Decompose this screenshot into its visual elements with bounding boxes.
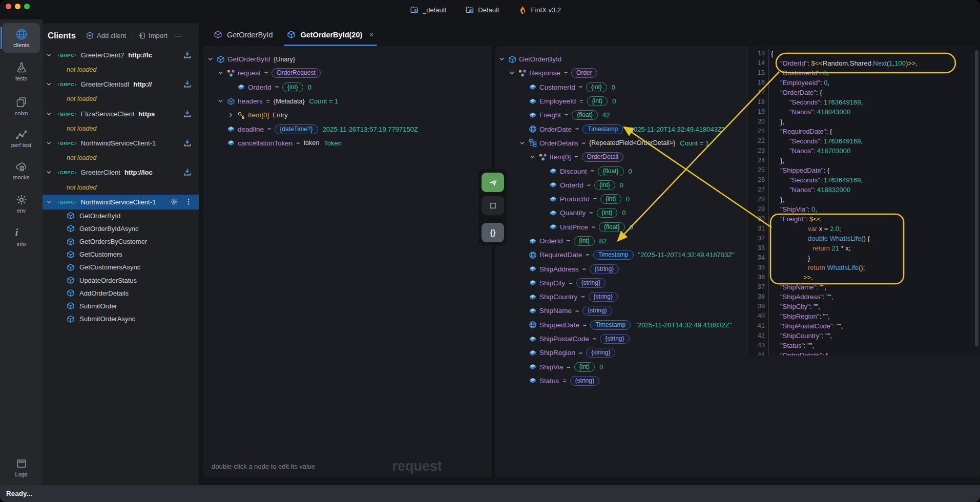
editor-line[interactable]: 19 "Nanos": 418043000 (747, 107, 980, 117)
editor-line[interactable]: 25 "ShippedDate": { (747, 165, 980, 175)
editor-line[interactable]: 34 } (747, 253, 980, 263)
json-view-button[interactable]: {} (482, 223, 504, 242)
tree-row[interactable]: ShipVia = {int} 0 (495, 360, 980, 374)
editor-line[interactable]: 41 "ShipPostalCode": "", (747, 321, 980, 331)
chevron-down-icon[interactable] (46, 111, 54, 117)
editor-line[interactable]: 28 }, (747, 195, 980, 204)
editor-line[interactable]: 24 }, (747, 156, 980, 165)
window-minimize-button[interactable] (15, 4, 20, 9)
collapse-all-button[interactable]: — (175, 31, 182, 39)
editor-line[interactable]: 20 }, (747, 117, 980, 127)
editor-line[interactable]: 14 "OrderId": $<<Random.Shared.Next(1,10… (747, 58, 980, 68)
download-icon[interactable] (183, 168, 192, 177)
client-row-selected[interactable]: GRPC NorthwindServiceClient-1 (43, 195, 199, 210)
window-close-button[interactable] (6, 4, 11, 9)
sidebar-item[interactable]: i info (3, 222, 40, 252)
sidebar-item[interactable]: clients (3, 23, 40, 53)
method-item[interactable]: GetCustomersAsync (43, 261, 199, 274)
method-item[interactable]: GetCustomers (43, 248, 199, 261)
add-client-button[interactable]: Add client (86, 32, 126, 39)
sidebar-item[interactable]: perf test (3, 123, 40, 153)
editor-line[interactable]: 22 "Seconds": 1763649169, (747, 136, 980, 146)
editor-line[interactable]: 31 var x = 2.0; (747, 224, 980, 234)
editor-line[interactable]: 33 return 21 * x; (747, 243, 980, 253)
send-request-button[interactable] (482, 173, 504, 192)
download-icon[interactable] (183, 80, 192, 89)
chev-open-icon[interactable] (509, 70, 518, 76)
stop-request-button[interactable] (482, 196, 504, 215)
tab-getorderbyid[interactable]: GetOrderById (206, 23, 280, 46)
tree-row[interactable]: headers = {Metadata} Count = 1 (203, 94, 493, 108)
editor-line[interactable]: 15 "CustomerId": 0, (747, 68, 980, 78)
tab-getorderbyid-20[interactable]: GetOrderById(20) × (280, 23, 381, 46)
editor-line[interactable]: 21 "RequiredDate": { (747, 127, 980, 136)
editor-line[interactable]: 37 "ShipName": "", (747, 282, 980, 292)
client-row[interactable]: GRPC NorthwindServiceClient-1 (43, 136, 199, 151)
method-item[interactable]: AddOrderDetails (43, 287, 199, 300)
tree-row[interactable]: request = OrderRequest (203, 66, 493, 80)
chev-open-icon[interactable] (207, 56, 217, 62)
project-selector[interactable]: Default (465, 5, 503, 14)
chev-open-icon[interactable] (530, 154, 539, 160)
editor-line[interactable]: 26 "Seconds": 1763649169, (747, 175, 980, 185)
editor-line[interactable]: 43 "Status": "", (747, 341, 980, 350)
tree-row[interactable]: deadline = {dateTime?} 2025-11-26T13:57:… (203, 122, 493, 136)
chev-open-icon[interactable] (218, 70, 227, 76)
sidebar-item[interactable]: mocks (3, 155, 40, 185)
editor-line[interactable]: 38 "ShipAddress": "", (747, 292, 980, 302)
import-button[interactable]: Import (138, 32, 168, 39)
editor-line[interactable]: 16 "EmployeeId": 0, (747, 78, 980, 88)
chev-open-icon[interactable] (519, 140, 529, 146)
download-icon[interactable] (183, 139, 192, 148)
method-item[interactable]: SubmitOrderAsync (43, 312, 199, 325)
download-icon[interactable] (183, 110, 192, 118)
editor-line[interactable]: 13 { (747, 49, 980, 58)
panel-divider[interactable] (492, 46, 493, 477)
editor-line[interactable]: 29 "ShipVia": 0, (747, 204, 980, 214)
sidebar-item[interactable]: env (3, 189, 40, 218)
editor-line[interactable]: 18 "Seconds": 1763649169, (747, 97, 980, 107)
chevron-down-icon[interactable] (46, 81, 54, 87)
editor-line[interactable]: 32 double WhatIsLife() { (747, 234, 980, 243)
close-tab-icon[interactable]: × (369, 30, 373, 39)
tree-row[interactable]: OrderId = {int} 0 (203, 80, 493, 94)
method-item[interactable]: UpdateOrderStatus (43, 274, 199, 287)
sidebar-item[interactable]: colxn (3, 91, 40, 121)
tree-row[interactable]: GetOrderById = {Unary} (203, 52, 493, 66)
sidebar-item-logs[interactable]: Logs (3, 452, 40, 482)
editor-line[interactable]: 27 "Nanos": 418832000 (747, 185, 980, 195)
chev-closed-icon[interactable] (228, 112, 237, 118)
editor-line[interactable]: 30 "Freight": $<< (747, 214, 980, 224)
editor-line[interactable]: 23 "Nanos": 418703000 (747, 146, 980, 156)
method-item[interactable]: GetOrderByIdAsync (43, 222, 199, 235)
kebab-menu-icon[interactable] (184, 198, 193, 206)
client-row[interactable]: GRPC GreeterClient http://loc (43, 165, 199, 180)
method-item[interactable]: SubmitOrder (43, 300, 199, 312)
tree-row[interactable]: cancellationToken = token Token (203, 136, 493, 150)
method-item[interactable]: GetOrdersByCustomer (43, 235, 199, 248)
chevron-down-icon[interactable] (46, 140, 54, 146)
editor-line[interactable]: 39 "ShipCity": "", (747, 302, 980, 311)
chev-open-icon[interactable] (218, 98, 227, 104)
tree-row[interactable]: Status = {string} (495, 374, 980, 388)
editor-line[interactable]: 44 "OrderDetails": [ (747, 350, 980, 355)
gear-icon[interactable] (170, 198, 178, 206)
download-icon[interactable] (183, 51, 192, 59)
chev-open-icon[interactable] (499, 56, 508, 62)
editor-line[interactable]: 36 >>, (747, 273, 980, 282)
chevron-down-icon[interactable] (46, 52, 54, 58)
json-request-editor[interactable]: 13 { 14 "OrderId": $<<Random.Shared.Next… (747, 46, 980, 355)
editor-line[interactable]: 42 "ShipCountry": "", (747, 331, 980, 341)
editor-scrollbar[interactable] (975, 50, 978, 346)
client-row[interactable]: GRPC GreeterClientsdf http:// (43, 77, 199, 92)
client-row[interactable]: GRPC GreeterClient2 http://lc (43, 48, 199, 62)
chevron-down-icon[interactable] (46, 199, 54, 205)
window-zoom-button[interactable] (24, 4, 30, 9)
method-item[interactable]: GetOrderById (43, 210, 199, 222)
workspace-selector[interactable]: _default (410, 5, 450, 14)
editor-line[interactable]: 40 "ShipRegion": "", (747, 311, 980, 321)
chevron-down-icon[interactable] (46, 170, 54, 175)
editor-line[interactable]: 35 return WhatIsLife(); (747, 263, 980, 273)
sidebar-item[interactable]: tests (3, 56, 40, 86)
editor-line[interactable]: 17 "OrderDate": { (747, 88, 980, 97)
